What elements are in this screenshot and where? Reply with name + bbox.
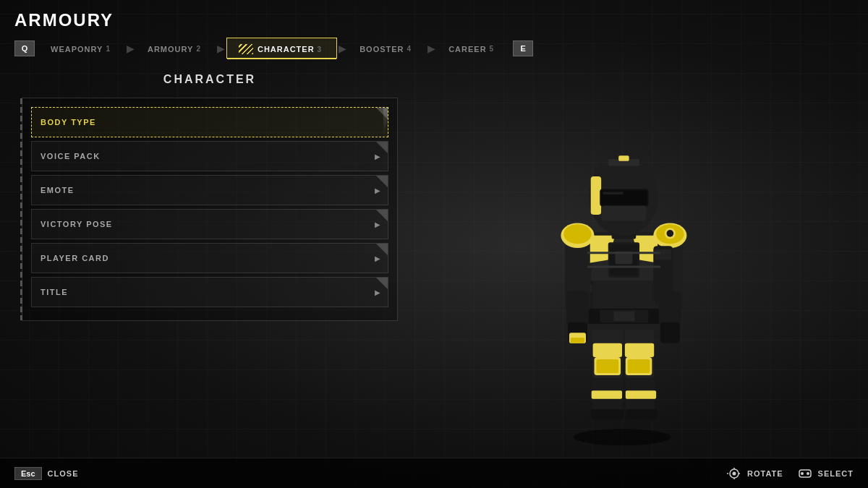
tab-sep-4: ▶ bbox=[426, 43, 437, 54]
options-container: BODY TYPE VOICE PACK EMOTE VICTORY POSE bbox=[22, 98, 398, 321]
svg-rect-34 bbox=[571, 338, 584, 343]
bottom-right-actions: ROTATE SELECT bbox=[727, 468, 854, 479]
corner-accent bbox=[376, 244, 388, 255]
tab-sep-2: ▶ bbox=[216, 43, 226, 54]
tab-sep-1: ▶ bbox=[125, 43, 136, 54]
svg-point-30 bbox=[563, 224, 591, 244]
svg-point-0 bbox=[574, 429, 671, 445]
select-label: SELECT bbox=[818, 469, 854, 478]
option-emote[interactable]: EMOTE bbox=[31, 175, 388, 205]
option-victory-pose[interactable]: VICTORY POSE bbox=[31, 209, 388, 239]
character-model bbox=[506, 86, 738, 448]
corner-accent bbox=[376, 278, 388, 289]
svg-point-63 bbox=[801, 472, 804, 475]
tab-left-key[interactable]: Q bbox=[14, 40, 35, 56]
select-icon bbox=[798, 468, 812, 479]
close-label: CLOSE bbox=[48, 469, 79, 478]
corner-accent bbox=[376, 176, 388, 187]
svg-rect-24 bbox=[613, 311, 634, 320]
svg-rect-31 bbox=[566, 291, 589, 325]
page-title: ARMOURY bbox=[14, 10, 854, 30]
tab-character[interactable]: CHARACTER 3 bbox=[226, 38, 337, 59]
svg-rect-41 bbox=[660, 322, 680, 343]
svg-rect-2 bbox=[592, 390, 622, 399]
svg-rect-10 bbox=[625, 343, 654, 356]
svg-point-39 bbox=[667, 230, 674, 237]
svg-rect-45 bbox=[591, 176, 601, 215]
active-tab-stripes bbox=[239, 44, 253, 54]
tab-armoury[interactable]: ARMOURY 2 bbox=[136, 39, 216, 58]
option-body-type[interactable]: BODY TYPE bbox=[31, 107, 388, 137]
corner-accent bbox=[376, 210, 388, 221]
close-action: Esc CLOSE bbox=[14, 467, 78, 480]
option-title[interactable]: TITLE bbox=[31, 277, 388, 307]
svg-rect-48 bbox=[603, 192, 624, 194]
svg-rect-49 bbox=[601, 205, 647, 221]
svg-rect-3 bbox=[592, 409, 624, 419]
corner-accent bbox=[376, 142, 388, 153]
corner-accent bbox=[376, 108, 388, 119]
svg-rect-14 bbox=[628, 359, 650, 372]
section-title: CHARACTER bbox=[22, 73, 398, 86]
close-key-badge[interactable]: Esc bbox=[14, 467, 42, 480]
tab-weaponry[interactable]: WEAPONRY 1 bbox=[39, 39, 125, 58]
svg-rect-12 bbox=[596, 359, 618, 372]
svg-point-57 bbox=[733, 471, 736, 475]
tab-career[interactable]: CAREER 5 bbox=[437, 39, 509, 58]
svg-rect-51 bbox=[618, 155, 629, 161]
character-model-panel bbox=[398, 73, 846, 460]
svg-point-64 bbox=[807, 472, 809, 475]
option-voice-pack[interactable]: VOICE PACK bbox=[31, 141, 388, 171]
option-player-card[interactable]: PLAYER CARD bbox=[31, 243, 388, 273]
svg-rect-6 bbox=[626, 409, 658, 419]
svg-rect-53 bbox=[655, 249, 671, 259]
rotate-action: ROTATE bbox=[727, 468, 783, 479]
tab-navigation: Q WEAPONRY 1 ▶ ARMOURY 2 ▶ CHARACTER 3 ▶ bbox=[14, 38, 854, 59]
rotate-icon bbox=[727, 468, 741, 479]
tab-right-key[interactable]: E bbox=[513, 40, 533, 56]
select-action: SELECT bbox=[798, 468, 854, 479]
svg-rect-8 bbox=[593, 343, 622, 356]
tab-booster[interactable]: BOOSTER 4 bbox=[348, 39, 426, 58]
tab-sep-3: ▶ bbox=[337, 43, 348, 54]
svg-rect-5 bbox=[626, 390, 656, 399]
bottom-bar: Esc CLOSE ROTATE bbox=[0, 458, 868, 488]
rotate-label: ROTATE bbox=[747, 469, 783, 478]
character-panel: CHARACTER BODY TYPE VOICE PACK EMOTE bbox=[22, 73, 398, 460]
